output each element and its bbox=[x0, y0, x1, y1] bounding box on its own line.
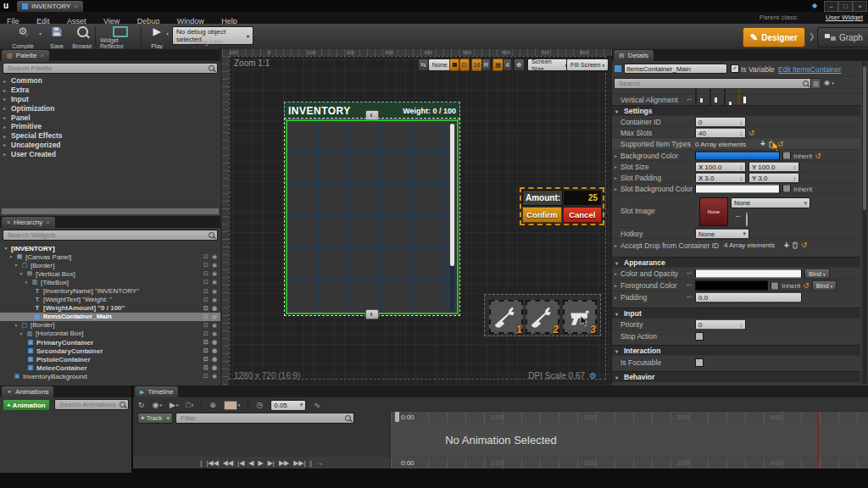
expand-arrow-icon[interactable]: ▸ bbox=[615, 243, 617, 248]
add-element-icon[interactable]: + bbox=[760, 140, 765, 148]
palette-tab-close-icon[interactable]: × bbox=[41, 52, 45, 59]
browse-asset-icon[interactable] bbox=[746, 212, 748, 228]
weapon-slot-primary[interactable]: 1 bbox=[489, 300, 523, 334]
hierarchy-row-vertical-box[interactable]: ▾▤[Vertical Box]⊡◉ bbox=[0, 269, 220, 278]
hierarchy-row-inventoryname[interactable]: T[InventoryName] "INVENTORY"⊡◉ bbox=[0, 286, 220, 295]
prev-frame-button[interactable]: ◀◀ bbox=[223, 459, 233, 467]
timeline-tab[interactable]: ▶ Timeline bbox=[135, 386, 178, 397]
playhead-marker[interactable] bbox=[395, 412, 399, 422]
background-color-swatch[interactable] bbox=[695, 151, 780, 160]
lock-icon[interactable]: ⊡ bbox=[203, 313, 209, 320]
fill-screen-dropdown[interactable]: Fill Screen▾ bbox=[566, 58, 609, 71]
hierarchy-row-primarycontainer[interactable]: ▣PrimaryContainer⊡◉ bbox=[0, 338, 220, 347]
hierarchy-search-input[interactable] bbox=[6, 230, 209, 240]
close-button[interactable]: × bbox=[853, 1, 867, 12]
designer-canvas[interactable]: 100 0 100 200 300 400 500 600 700 800 Zo… bbox=[222, 49, 612, 385]
hierarchy-tab-close-icon[interactable]: × bbox=[46, 219, 50, 226]
reset-to-default-icon[interactable]: ↺ bbox=[801, 241, 808, 249]
confirm-button[interactable]: Confirm bbox=[522, 207, 562, 223]
palette-category-input[interactable]: ▸Input bbox=[0, 95, 220, 104]
inherit-checkbox[interactable] bbox=[782, 185, 791, 193]
hierarchy-row-itemscontainer-main[interactable]: ▣ItemsContainer_Main⊡◉ bbox=[0, 313, 220, 321]
keyframe-color-swatch[interactable]: ▾ bbox=[224, 401, 241, 410]
foreground-bind-button[interactable]: Bind▾ bbox=[812, 280, 837, 291]
asset-tab-inventory[interactable]: INVENTORY × bbox=[17, 1, 83, 12]
screen-size-dropdown[interactable]: Screen Size▾ bbox=[527, 58, 571, 71]
visibility-icon[interactable]: ◉ bbox=[212, 356, 217, 363]
palette-category-uncategorized[interactable]: ▸Uncategorized bbox=[0, 141, 220, 150]
visibility-filter-icon[interactable]: ◉ ▾ bbox=[824, 79, 834, 86]
expand-arrow-icon[interactable]: ▸ bbox=[615, 153, 617, 158]
edit-itemscontainer-link[interactable]: Edit ItemsContainer bbox=[778, 65, 842, 74]
graph-mode-button[interactable]: Graph bbox=[817, 27, 868, 47]
expand-arrow-icon[interactable]: ▸ bbox=[615, 164, 617, 169]
visibility-icon[interactable]: ◉ bbox=[212, 322, 217, 329]
palette-category-user-created[interactable]: ▸User Created bbox=[0, 149, 220, 158]
weapon-slot-pistol[interactable]: 3 bbox=[563, 300, 597, 334]
reset-icon[interactable]: ↩ bbox=[687, 282, 692, 289]
visibility-icon[interactable]: ◉ bbox=[212, 305, 217, 312]
to-front-button[interactable]: |◀◀ bbox=[206, 459, 218, 467]
lock-icon[interactable]: ⊡ bbox=[203, 279, 209, 286]
use-selected-asset-icon[interactable]: ← bbox=[734, 211, 742, 219]
animations-tab[interactable]: ✦ Animations bbox=[2, 386, 53, 397]
hierarchy-search[interactable] bbox=[3, 230, 218, 241]
timeline-track-view[interactable]: 0:00 1:00 2:00 3:00 4:00 No Animation Se… bbox=[390, 412, 868, 469]
step-forward-button[interactable]: ▶| bbox=[268, 459, 275, 467]
slot-image-dropdown[interactable]: None▾ bbox=[731, 197, 810, 208]
designer-mode-button[interactable]: ✎ Designer bbox=[743, 27, 805, 47]
tab-close-icon[interactable]: × bbox=[74, 3, 78, 10]
lock-icon[interactable]: ⊡ bbox=[203, 270, 209, 277]
details-scrollbar[interactable] bbox=[862, 62, 867, 384]
hierarchy-row-border-1[interactable]: ▾▢[Border]⊡◉ bbox=[0, 261, 220, 269]
padding-input[interactable]: 0.0 bbox=[695, 292, 802, 303]
lock-icon[interactable]: ⊡ bbox=[203, 339, 209, 346]
weapon-slot-secondary[interactable]: 2 bbox=[526, 300, 559, 334]
minimize-button[interactable]: – bbox=[824, 1, 838, 12]
inherit-checkbox[interactable] bbox=[771, 281, 779, 290]
hierarchy-row-inventorybackground[interactable]: ▣InventoryBackground⊡◉ bbox=[0, 372, 220, 380]
lock-icon[interactable]: ⊡ bbox=[203, 262, 209, 269]
lock-icon[interactable]: ⊡ bbox=[203, 373, 209, 380]
rotation-snap-button[interactable]: R bbox=[481, 58, 491, 71]
hierarchy-row-canvas-panel[interactable]: ▾▦[Canvas Panel]⊡◉ bbox=[0, 252, 220, 261]
reset-icon[interactable]: ↩ bbox=[687, 270, 692, 277]
playback-options-icon[interactable]: ▶▾ bbox=[170, 401, 178, 409]
palette-tab[interactable]: ▨ Palette × bbox=[2, 50, 49, 61]
hierarchy-row-border-2[interactable]: ▾▢[Border]⊡◉ bbox=[0, 321, 220, 330]
animations-search-input[interactable] bbox=[58, 400, 120, 409]
clear-array-icon[interactable] bbox=[792, 241, 798, 249]
outline-toggle-button[interactable] bbox=[449, 58, 459, 71]
resize-handle-bottom[interactable] bbox=[365, 309, 379, 319]
is-focusable-checkbox[interactable] bbox=[695, 358, 704, 367]
widget-reflector-button[interactable]: Widget Reflector bbox=[98, 25, 142, 50]
play-button[interactable]: ▶ Play bbox=[144, 25, 170, 50]
hierarchy-tab[interactable]: ≡ Hierarchy × bbox=[2, 217, 55, 228]
reset-to-default-icon[interactable]: ↺ bbox=[815, 152, 821, 159]
visibility-icon[interactable]: ◉ bbox=[212, 279, 217, 286]
lock-icon[interactable]: ⊡ bbox=[203, 356, 209, 363]
stop-action-checkbox[interactable] bbox=[695, 332, 704, 341]
hierarchy-row-weighttext[interactable]: T[WeightText] "Weight: "⊡◉ bbox=[0, 296, 220, 304]
grid-size-button[interactable]: 4 bbox=[503, 58, 512, 71]
palette-category-extra[interactable]: ▸Extra bbox=[0, 86, 220, 95]
priority-input[interactable]: 0↕ bbox=[695, 319, 746, 330]
visibility-icon[interactable]: ◉ bbox=[212, 253, 217, 260]
visibility-icon[interactable]: ◉ bbox=[212, 373, 217, 380]
timeline-filter[interactable] bbox=[175, 413, 354, 424]
hierarchy-row-weightamount[interactable]: T[WeightAmount] "0 / 100"⊡◉ bbox=[0, 304, 220, 313]
to-end-button[interactable]: ▶▶| bbox=[293, 459, 305, 467]
visibility-icon[interactable]: ◉ bbox=[212, 262, 217, 269]
foreground-color-swatch[interactable] bbox=[695, 281, 768, 291]
hierarchy-row-secondarycontainer[interactable]: ▣SecondaryContainer⊡◉ bbox=[0, 347, 220, 355]
lock-icon[interactable]: ⊡ bbox=[203, 297, 209, 303]
hierarchy-row-root[interactable]: ▾[INVENTORY] bbox=[0, 244, 220, 252]
time-ruler-bottom[interactable]: 0:00 1:00 2:00 3:00 4:00 bbox=[391, 458, 868, 469]
parent-class-link[interactable]: User Widget bbox=[826, 12, 863, 24]
palette-search[interactable] bbox=[3, 63, 218, 74]
time-ruler-top[interactable]: 0:00 1:00 2:00 3:00 4:00 bbox=[391, 412, 868, 423]
visibility-icon[interactable]: ◉ bbox=[212, 347, 217, 354]
hierarchy-row-meleecontainer[interactable]: ▣MeleeContainer⊡◉ bbox=[0, 363, 220, 372]
playback-end-marker[interactable] bbox=[817, 412, 819, 469]
hierarchy-row-pistolecontainer[interactable]: ▣PistoleContainer⊡◉ bbox=[0, 355, 220, 363]
